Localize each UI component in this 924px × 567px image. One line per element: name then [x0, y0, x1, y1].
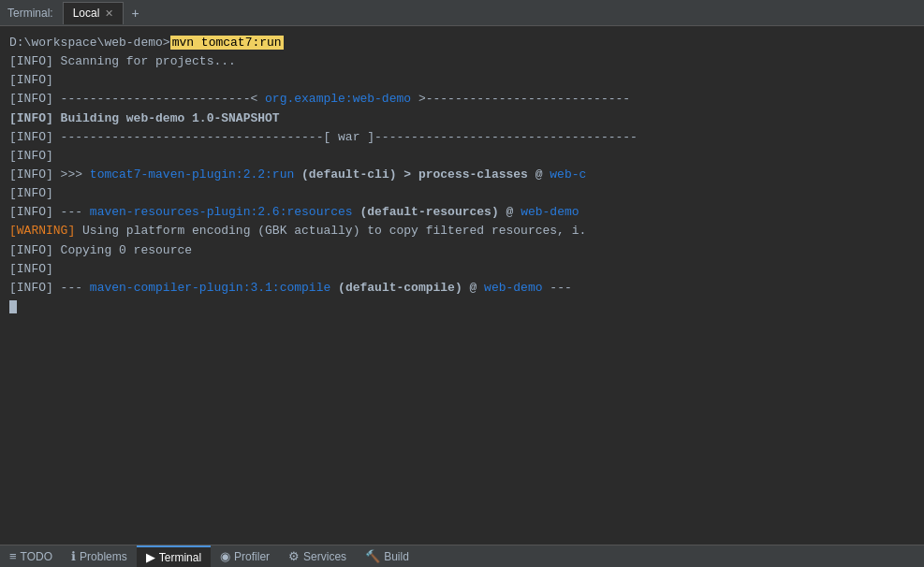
log-line-3: [INFO] --------------------------< org.e…	[9, 90, 915, 109]
services-label: Services	[303, 550, 346, 563]
problems-label: Problems	[80, 550, 127, 563]
problems-icon: ℹ	[71, 549, 76, 563]
profiler-icon: ◉	[220, 549, 230, 563]
log-line-12: [INFO]	[9, 260, 915, 279]
status-todo[interactable]: ≡ TODO	[0, 545, 62, 567]
build-icon: 🔨	[365, 549, 380, 563]
log-line-6: [INFO]	[9, 147, 915, 166]
status-problems[interactable]: ℹ Problems	[62, 545, 137, 567]
log-line-2: [INFO]	[9, 71, 915, 90]
todo-icon: ≡	[9, 549, 17, 563]
terminal-label-status: Terminal	[159, 551, 201, 564]
tab-local[interactable]: Local ✕	[63, 2, 125, 24]
status-services[interactable]: ⚙ Services	[279, 545, 356, 567]
terminal-cursor	[9, 300, 17, 313]
log-line-7: [INFO] >>> tomcat7-maven-plugin:2.2:run …	[9, 166, 915, 184]
log-line-13: [INFO] --- maven-compiler-plugin:3.1:com…	[9, 279, 915, 298]
prompt: D:\workspace\web-demo>	[9, 36, 170, 50]
top-bar: Terminal: Local ✕ +	[0, 0, 924, 26]
services-icon: ⚙	[288, 549, 300, 563]
build-label: Build	[384, 550, 409, 563]
status-terminal[interactable]: ▶ Terminal	[137, 545, 211, 567]
todo-label: TODO	[21, 550, 52, 563]
command-highlight: mvn tomcat7:run	[170, 36, 284, 50]
log-line-11: [INFO] Copying 0 resource	[9, 241, 915, 260]
log-line-8: [INFO]	[9, 184, 915, 203]
command-line: D:\workspace\web-demo>mvn tomcat7:run	[9, 34, 915, 52]
log-line-4: [INFO] Building web-demo 1.0-SNAPSHOT	[9, 109, 915, 128]
tab-close-icon[interactable]: ✕	[105, 7, 113, 20]
tab-add-button[interactable]: +	[127, 6, 142, 21]
profiler-label: Profiler	[234, 550, 270, 563]
terminal-icon: ▶	[146, 550, 155, 564]
cursor-line	[9, 298, 915, 316]
log-line-5: [INFO] ---------------------------------…	[9, 128, 915, 147]
tab-local-label: Local	[73, 7, 100, 20]
status-bar: ≡ TODO ℹ Problems ▶ Terminal ◉ Profiler …	[0, 545, 924, 567]
log-line-10: [WARNING] Using platform encoding (GBK a…	[9, 222, 915, 240]
status-build[interactable]: 🔨 Build	[356, 545, 418, 567]
log-line-1: [INFO] Scanning for projects...	[9, 52, 915, 71]
log-line-9: [INFO] --- maven-resources-plugin:2.6:re…	[9, 203, 915, 222]
status-profiler[interactable]: ◉ Profiler	[211, 545, 279, 567]
terminal-output: D:\workspace\web-demo>mvn tomcat7:run [I…	[0, 26, 924, 545]
terminal-label: Terminal:	[7, 7, 53, 20]
